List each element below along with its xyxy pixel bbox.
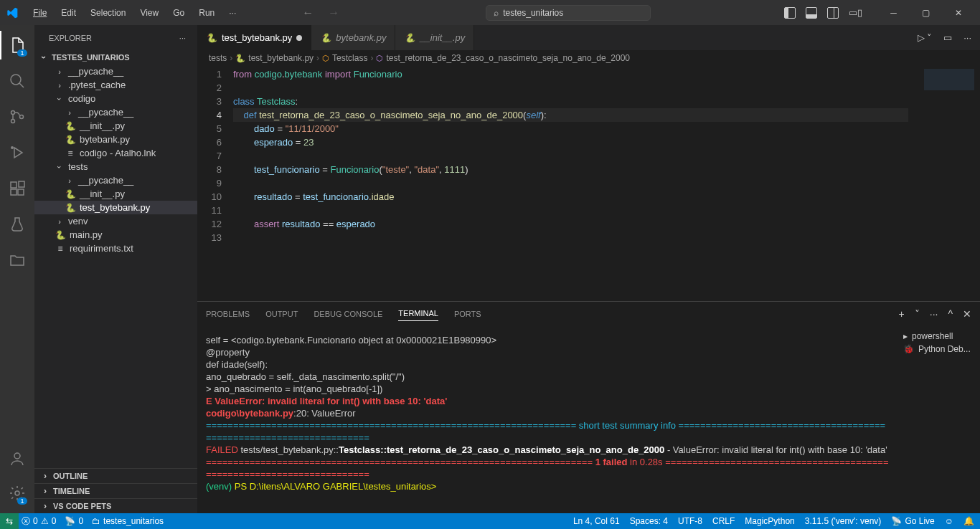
activity-testing-icon[interactable] (0, 210, 34, 239)
panel-close-icon[interactable]: ✕ (963, 308, 971, 320)
tab-bytebank[interactable]: 🐍 bytebank.py (311, 25, 395, 50)
activity-settings-icon[interactable]: 1 (0, 479, 34, 507)
breadcrumbs[interactable]: tests › 🐍 test_bytebank.py › ⬡ Testclass… (197, 50, 980, 66)
line-gutter: 1 2 3 4 5 6 7 8 9 10 11 12 13 (197, 66, 233, 301)
status-eol[interactable]: CRLF (712, 516, 735, 526)
tree-tests[interactable]: ›tests (34, 160, 197, 173)
folder-icon: 🗀 (92, 516, 100, 526)
status-ports[interactable]: 📡0 (65, 516, 83, 526)
terminal-dropdown-icon[interactable]: ˅ (915, 308, 920, 320)
menu-edit[interactable]: Edit (55, 5, 82, 21)
sidebar-more-icon[interactable]: ··· (179, 34, 186, 42)
menu-file[interactable]: File (27, 5, 52, 21)
maximize-button[interactable]: ▢ (910, 0, 942, 25)
svg-point-4 (11, 146, 14, 149)
activity-folder-icon[interactable] (0, 246, 34, 275)
panel-tab-debug[interactable]: DEBUG CONSOLE (314, 307, 382, 321)
tab-init[interactable]: 🐍 __init__.py (395, 25, 474, 50)
tree-codigo[interactable]: ›codigo (34, 92, 197, 105)
sidebar-timeline[interactable]: ›TIMELINE (34, 483, 197, 498)
status-bar: ⇆ ⓧ0 ⚠0 📡0 🗀testes_unitarios Ln 4, Col 6… (0, 513, 980, 529)
close-button[interactable]: ✕ (942, 0, 974, 25)
tab-test-bytebank[interactable]: 🐍 test_bytebank.py (197, 25, 311, 50)
terminal-new-icon[interactable]: + (899, 308, 905, 320)
tree-codigo-atalho[interactable]: ≡codigo - Atalho.lnk (34, 146, 197, 160)
activity-explorer-icon[interactable]: 1 (0, 31, 34, 59)
layout-custom-icon[interactable]: ▭▯ (849, 7, 860, 19)
tree-codigo-pycache[interactable]: ›__pycache__ (34, 105, 197, 119)
activity-debug-icon[interactable] (0, 138, 34, 167)
status-feedback-icon[interactable]: ☺ (945, 516, 953, 526)
code-content[interactable]: from codigo.bytebank import Funcionario … (233, 66, 908, 301)
sidebar-outline[interactable]: ›OUTLINE (34, 468, 197, 483)
menu-go[interactable]: Go (167, 5, 190, 21)
terminal-list: ▸powershell 🐞Python Deb... (897, 325, 980, 513)
activity-scm-icon[interactable] (0, 103, 34, 131)
layout-bottom-icon[interactable] (806, 7, 817, 19)
tree-tests-init[interactable]: 🐍__init__.py (34, 187, 197, 201)
svg-rect-5 (11, 182, 17, 188)
status-spaces[interactable]: Spaces: 4 (630, 516, 668, 526)
svg-point-1 (11, 111, 15, 115)
status-python[interactable]: 3.11.5 ('venv': venv) (805, 516, 882, 526)
layout-left-icon[interactable] (784, 7, 796, 19)
nav-back-icon[interactable]: ← (302, 6, 314, 19)
vscode-logo (6, 6, 19, 19)
tree-tests-pycache[interactable]: ›__pycache__ (34, 173, 197, 187)
sidebar-title: EXPLORER (49, 34, 92, 42)
menu-run[interactable]: Run (193, 5, 220, 21)
status-problems[interactable]: ⓧ0 ⚠0 (22, 515, 56, 528)
panel-tab-output[interactable]: OUTPUT (265, 307, 298, 321)
tree-codigo-init[interactable]: 🐍__init__.py (34, 119, 197, 133)
terminal-item-python-deb[interactable]: 🐞Python Deb... (903, 343, 974, 356)
menu-more[interactable]: ··· (223, 5, 242, 21)
split-editor-icon[interactable]: ▭ (943, 32, 952, 43)
minimize-button[interactable]: ─ (877, 0, 910, 25)
remote-button[interactable]: ⇆ (0, 513, 19, 529)
code-editor[interactable]: 1 2 3 4 5 6 7 8 9 10 11 12 13 from codig… (197, 66, 980, 301)
svg-point-10 (15, 491, 19, 495)
run-icon[interactable]: ▷ ˅ (918, 32, 933, 43)
svg-rect-6 (11, 189, 17, 195)
tree-requirements[interactable]: ≡requiriments.txt (34, 242, 197, 255)
activity-search-icon[interactable] (0, 67, 34, 95)
panel-tab-terminal[interactable]: TERMINAL (398, 306, 438, 321)
status-cursor[interactable]: Ln 4, Col 61 (573, 516, 620, 526)
bug-icon: 🐞 (903, 344, 914, 354)
status-bell-icon[interactable]: 🔔 (963, 516, 974, 526)
menu-view[interactable]: View (134, 5, 164, 21)
tree-venv[interactable]: ›venv (34, 214, 197, 228)
svg-point-9 (14, 453, 20, 459)
error-icon: ⓧ (22, 515, 30, 528)
status-folder[interactable]: 🗀testes_unitarios (92, 516, 164, 526)
activity-account-icon[interactable] (0, 444, 34, 473)
sidebar-pets[interactable]: ›VS CODE PETS (34, 498, 197, 513)
status-encoding[interactable]: UTF-8 (678, 516, 702, 526)
sidebar: EXPLORER ··· › TESTES_UNITARIOS ›__pycac… (34, 25, 197, 513)
tree-pycache[interactable]: ›__pycache__ (34, 65, 197, 78)
panel: PROBLEMS OUTPUT DEBUG CONSOLE TERMINAL P… (197, 301, 980, 513)
nav-forward-icon[interactable]: → (328, 6, 339, 19)
tree-pytest-cache[interactable]: ›.pytest_cache (34, 78, 197, 92)
activity-extensions-icon[interactable] (0, 174, 34, 203)
sidebar-project[interactable]: › TESTES_UNITARIOS (34, 50, 197, 65)
broadcast-icon: 📡 (891, 516, 902, 526)
tab-bar: 🐍 test_bytebank.py 🐍 bytebank.py 🐍 __ini… (197, 25, 980, 50)
command-center[interactable]: ⌕ testes_unitarios (486, 5, 651, 21)
menu-selection[interactable]: Selection (85, 5, 131, 21)
terminal-item-powershell[interactable]: ▸powershell (903, 330, 974, 343)
status-language[interactable]: MagicPython (745, 516, 794, 526)
status-golive[interactable]: 📡Go Live (891, 516, 934, 526)
minimap[interactable] (908, 66, 980, 301)
panel-more-icon[interactable]: ··· (930, 308, 938, 320)
tree-main[interactable]: 🐍main.py (34, 228, 197, 242)
editor-more-icon[interactable]: ··· (963, 32, 971, 43)
panel-tab-ports[interactable]: PORTS (454, 307, 481, 321)
terminal-output[interactable]: self = <codigo.bytebank.Funcionario obje… (197, 325, 897, 513)
layout-right-icon[interactable] (827, 7, 839, 19)
panel-maximize-icon[interactable]: ^ (948, 308, 953, 320)
tree-tests-file[interactable]: 🐍test_bytebank.py (34, 201, 197, 214)
tree-codigo-bytebank[interactable]: 🐍bytebank.py (34, 133, 197, 146)
python-icon: 🐍 (320, 33, 331, 43)
panel-tab-problems[interactable]: PROBLEMS (206, 307, 250, 321)
